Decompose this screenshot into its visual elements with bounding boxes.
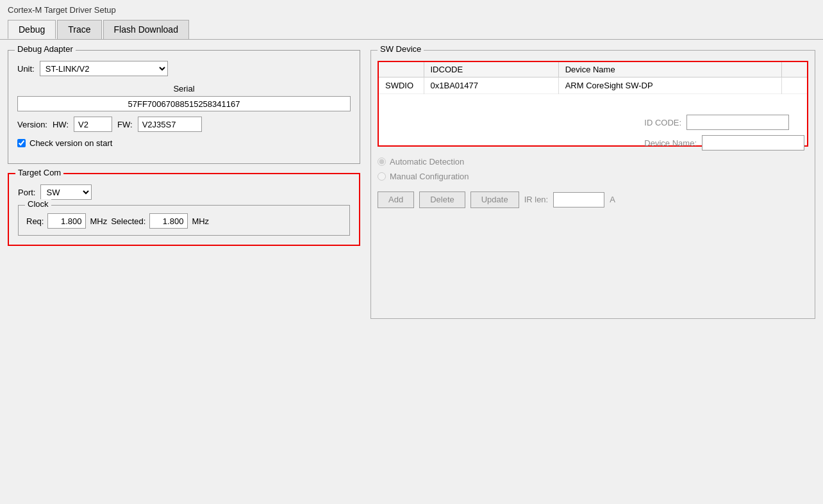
auto-detect-radio[interactable]	[378, 158, 386, 166]
port-select[interactable]: SW JTAG	[40, 184, 92, 200]
version-label: Version:	[17, 120, 47, 129]
serial-input[interactable]	[17, 96, 351, 111]
req-label: Req:	[26, 216, 44, 226]
hw-input[interactable]	[74, 117, 112, 132]
selected-label: Selected:	[111, 216, 145, 226]
ir-len-input[interactable]	[553, 192, 604, 207]
add-button[interactable]: Add	[378, 191, 414, 208]
fw-label: FW:	[117, 120, 133, 129]
table-row[interactable]: SWDIO 0x1BA01477 ARM CoreSight SW-DP	[379, 77, 807, 94]
req-input[interactable]	[47, 213, 86, 229]
req-unit: MHz	[90, 216, 107, 226]
check-version-checkbox[interactable]	[17, 139, 26, 147]
serial-label: Serial	[17, 84, 351, 93]
unit-label: Unit:	[17, 64, 35, 74]
auto-detect-label: Automatic Detection	[390, 157, 464, 167]
row-device-name: ARM CoreSight SW-DP	[558, 77, 781, 94]
sw-device-group: SW Device IDCODE Device Name SWD	[370, 50, 815, 319]
check-version-label: Check version on start	[29, 138, 112, 148]
selected-unit: MHz	[192, 216, 209, 226]
ir-len-label: IR len:	[524, 195, 549, 204]
port-label: Port:	[18, 188, 35, 197]
debug-adapter-group: Debug Adapter Unit: ST-LINK/V2 ST-LINK/V…	[8, 50, 360, 164]
window-title: Cortex-M Target Driver Setup	[8, 5, 116, 15]
col-devname-header: Device Name	[558, 62, 781, 77]
clock-label: Clock	[25, 199, 51, 209]
row-extra	[781, 77, 807, 94]
tab-bar: Debug Trace Flash Download	[0, 20, 823, 40]
tab-flash-download[interactable]: Flash Download	[103, 20, 189, 39]
hw-label: HW:	[53, 120, 69, 129]
id-code-label: ID CODE:	[644, 118, 681, 127]
sw-device-label: SW Device	[378, 44, 424, 54]
tab-debug[interactable]: Debug	[8, 20, 56, 39]
debug-adapter-label: Debug Adapter	[15, 44, 76, 54]
col-idcode-header: IDCODE	[424, 62, 558, 77]
device-name-input[interactable]	[702, 135, 804, 150]
manual-config-label: Manual Configuration	[390, 172, 469, 181]
manual-config-radio[interactable]	[378, 172, 386, 181]
delete-button[interactable]: Delete	[419, 191, 465, 208]
a-label: A	[610, 195, 615, 204]
device-name-label: Device Name:	[644, 138, 697, 148]
selected-input[interactable]	[149, 213, 188, 229]
target-com-group: Target Com Port: SW JTAG Clock Req: MHz	[8, 173, 360, 246]
fw-input[interactable]	[138, 117, 202, 132]
clock-group: Clock Req: MHz Selected: MHz	[18, 205, 350, 236]
tab-trace[interactable]: Trace	[57, 20, 101, 39]
update-button[interactable]: Update	[470, 191, 519, 208]
col-port-header	[379, 62, 424, 77]
id-code-input[interactable]	[686, 115, 789, 130]
target-com-label: Target Com	[15, 168, 63, 177]
col-extra-header	[781, 62, 807, 77]
row-port: SWDIO	[379, 77, 424, 94]
row-idcode: 0x1BA01477	[424, 77, 558, 94]
unit-select[interactable]: ST-LINK/V2 ST-LINK/V3 ULINK2	[40, 61, 168, 76]
title-bar: Cortex-M Target Driver Setup	[0, 0, 823, 20]
